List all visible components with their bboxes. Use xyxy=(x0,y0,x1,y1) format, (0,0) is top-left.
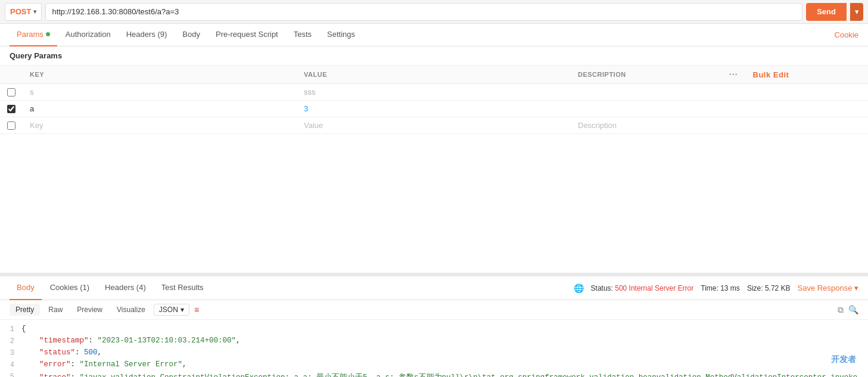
row2-checkbox-cell xyxy=(0,101,23,117)
json-label: JSON xyxy=(159,306,178,314)
line-num-4: 4 xyxy=(0,360,21,369)
placeholder-extra-cell xyxy=(746,117,868,134)
size-label: Size: 5.72 KB xyxy=(747,284,791,292)
method-label: POST xyxy=(10,7,31,16)
line-num-5: 5 xyxy=(0,372,21,377)
copy-icon[interactable]: ⧉ xyxy=(838,305,844,315)
format-visualize-button[interactable]: Visualize xyxy=(111,304,151,316)
send-dropdown-button[interactable]: ▾ xyxy=(850,3,863,21)
response-tab-body[interactable]: Body xyxy=(10,276,42,300)
tab-settings[interactable]: Settings xyxy=(320,24,362,46)
time-label: Time: 13 ms xyxy=(701,284,740,292)
response-section: Body Cookies (1) Headers (4) Test Result… xyxy=(0,273,868,377)
row2-value-cell: 3 xyxy=(297,101,571,117)
line-content-2: "timestamp": "2023-01-13T02:10:03.214+00… xyxy=(21,337,868,345)
placeholder-desc: Description xyxy=(578,121,617,130)
bulk-edit-header: Bulk Edit xyxy=(746,66,868,84)
save-response-button[interactable]: Save Response ▾ xyxy=(798,283,858,292)
method-chevron-icon: ▾ xyxy=(33,8,36,15)
bulk-edit-button[interactable]: Bulk Edit xyxy=(753,70,789,79)
format-preview-button[interactable]: Preview xyxy=(71,304,108,316)
row2-desc-cell xyxy=(571,101,722,117)
line-content-3: "status": 500, xyxy=(21,348,868,357)
row1-key-cell: s xyxy=(23,84,297,101)
more-icon[interactable]: ··· xyxy=(729,69,738,79)
response-tab-headers[interactable]: Headers (4) xyxy=(98,276,153,300)
response-tab-test-results[interactable]: Test Results xyxy=(154,276,211,300)
code-area: 1 { 2 "timestamp": "2023-01-13T02:10:03.… xyxy=(0,320,868,377)
line-num-1: 1 xyxy=(0,325,21,334)
placeholder-menu-cell xyxy=(722,117,746,134)
row2-extra-cell xyxy=(746,101,868,117)
search-icon[interactable]: 🔍 xyxy=(848,305,858,315)
params-table: KEY VALUE DESCRIPTION ··· Bulk Edit xyxy=(0,66,868,134)
col-checkbox-header xyxy=(0,66,23,84)
json-type-select[interactable]: JSON ▾ xyxy=(154,304,189,316)
row1-value: sss xyxy=(304,88,316,96)
table-row: s sss xyxy=(0,84,868,101)
tab-tests[interactable]: Tests xyxy=(287,24,319,46)
method-select[interactable]: POST ▾ xyxy=(5,3,42,21)
tab-authorization[interactable]: Authorization xyxy=(58,24,118,46)
row2-key-cell: a xyxy=(23,101,297,117)
tab-params-label: Params xyxy=(17,30,43,39)
code-line-2: 2 "timestamp": "2023-01-13T02:10:03.214+… xyxy=(0,337,868,348)
status-code: 500 Internal Server Error xyxy=(615,284,693,292)
line-num-2: 2 xyxy=(0,337,21,345)
col-menu-header: ··· xyxy=(722,66,746,84)
placeholder-desc-cell: Description xyxy=(571,117,722,134)
line-content-5: "trace": "javax.validation.ConstraintVio… xyxy=(21,372,868,377)
wrap-icon[interactable]: ≡ xyxy=(194,305,199,314)
col-desc-header: DESCRIPTION xyxy=(571,66,722,84)
json-chevron-icon: ▾ xyxy=(181,306,184,314)
tab-pre-request-script[interactable]: Pre-request Script xyxy=(209,24,285,46)
line-content-1: { xyxy=(21,325,868,333)
upper-section: Query Params KEY VALUE DESCRIPTION ··· B… xyxy=(0,46,868,273)
globe-icon: 🌐 xyxy=(574,283,584,293)
params-dot xyxy=(46,32,50,36)
placeholder-key: Key xyxy=(30,121,43,130)
table-row-placeholder: Key Value Description xyxy=(0,117,868,134)
code-line-3: 3 "status": 500, xyxy=(0,348,868,360)
url-input[interactable] xyxy=(45,3,802,21)
response-meta: 🌐 Status: 500 Internal Server Error Time… xyxy=(574,283,858,293)
row2-checkbox[interactable] xyxy=(7,105,15,113)
placeholder-checkbox-cell xyxy=(0,117,23,134)
col-key-header: KEY xyxy=(23,66,297,84)
request-tabs-bar: Params Authorization Headers (9) Body Pr… xyxy=(0,24,868,46)
row2-menu-cell xyxy=(722,101,746,117)
row1-value-cell: sss xyxy=(297,84,571,101)
status-label: Status: 500 Internal Server Error xyxy=(591,284,694,292)
row1-checkbox[interactable] xyxy=(7,88,15,96)
row2-value: 3 xyxy=(304,104,308,113)
tab-body[interactable]: Body xyxy=(175,24,207,46)
format-bar-right: ⧉ 🔍 xyxy=(838,305,858,315)
table-row: a 3 xyxy=(0,101,868,117)
line-content-4: "error": "Internal Server Error", xyxy=(21,360,868,369)
row1-checkbox-cell xyxy=(0,84,23,101)
cookie-link[interactable]: Cookie xyxy=(835,30,858,39)
top-bar: POST ▾ Send ▾ xyxy=(0,0,868,24)
row1-desc-cell xyxy=(571,84,722,101)
format-bar: Pretty Raw Preview Visualize JSON ▾ ≡ ⧉ … xyxy=(0,300,868,320)
row1-extra-cell xyxy=(746,84,868,101)
time-value: 13 ms xyxy=(720,284,740,292)
send-button[interactable]: Send xyxy=(806,3,847,21)
size-value: 5.72 KB xyxy=(765,284,791,292)
placeholder-key-cell: Key xyxy=(23,117,297,134)
row1-key: s xyxy=(30,88,34,96)
tab-params[interactable]: Params xyxy=(10,24,57,46)
response-tab-cookies[interactable]: Cookies (1) xyxy=(43,276,97,300)
query-params-label: Query Params xyxy=(0,46,868,66)
line-num-3: 3 xyxy=(0,348,21,357)
response-tabs-bar: Body Cookies (1) Headers (4) Test Result… xyxy=(0,276,868,300)
tab-headers[interactable]: Headers (9) xyxy=(119,24,175,46)
row1-menu-cell xyxy=(722,84,746,101)
row2-key: a xyxy=(30,104,34,113)
code-line-4: 4 "error": "Internal Server Error", xyxy=(0,360,868,372)
format-pretty-button[interactable]: Pretty xyxy=(10,304,40,316)
code-line-1: 1 { xyxy=(0,325,868,337)
placeholder-value-cell: Value xyxy=(297,117,571,134)
format-raw-button[interactable]: Raw xyxy=(42,304,69,316)
placeholder-checkbox[interactable] xyxy=(7,121,15,130)
